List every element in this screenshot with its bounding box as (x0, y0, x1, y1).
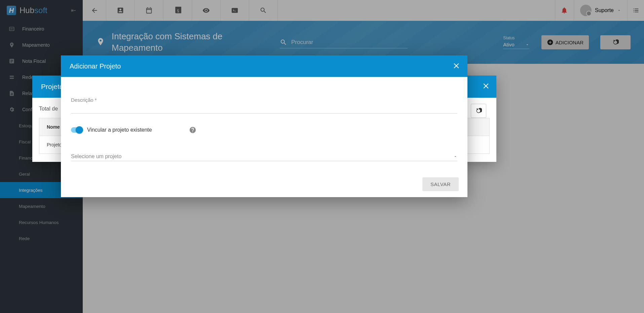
projects-refresh-button[interactable] (471, 104, 486, 118)
link-existing-toggle[interactable] (71, 127, 82, 133)
description-input[interactable] (71, 103, 457, 114)
project-select-placeholder: Selecione um projeto (71, 153, 453, 160)
add-project-close[interactable] (452, 61, 461, 72)
link-existing-label: Vincular a projeto existente (87, 127, 152, 133)
add-project-header: Adicionar Projeto (61, 55, 467, 77)
projects-modal-close[interactable] (482, 82, 490, 92)
save-button[interactable]: SALVAR (422, 177, 459, 191)
close-icon (482, 82, 490, 90)
refresh-icon (475, 107, 482, 114)
add-project-footer: SALVAR (61, 171, 467, 197)
help-icon[interactable] (189, 126, 196, 134)
add-project-modal: Adicionar Projeto Descrição * Vincular a… (61, 55, 467, 197)
link-existing-row: Vincular a projeto existente (71, 126, 457, 134)
project-select[interactable]: Selecione um projeto (71, 152, 457, 161)
chevron-down-icon (453, 154, 457, 159)
add-project-title: Adicionar Projeto (70, 62, 121, 70)
close-icon (452, 61, 461, 70)
description-label: Descrição * (71, 97, 457, 103)
